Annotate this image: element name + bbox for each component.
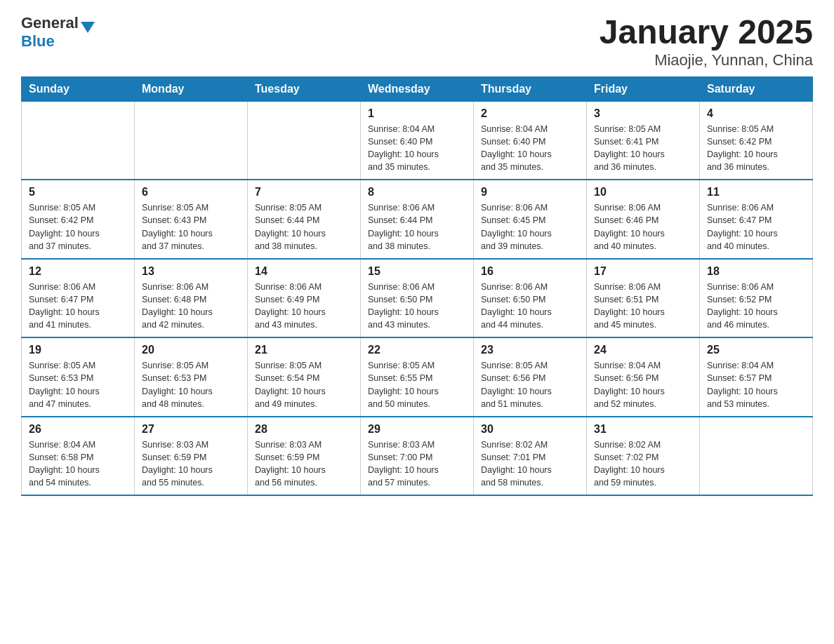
day-info: Sunrise: 8:05 AM Sunset: 6:42 PM Dayligh… — [707, 123, 805, 174]
day-number: 8 — [368, 186, 466, 199]
calendar-cell — [22, 101, 135, 180]
calendar-cell: 2Sunrise: 8:04 AM Sunset: 6:40 PM Daylig… — [474, 101, 587, 180]
day-info: Sunrise: 8:06 AM Sunset: 6:50 PM Dayligh… — [368, 281, 466, 332]
day-info: Sunrise: 8:04 AM Sunset: 6:58 PM Dayligh… — [29, 438, 127, 490]
day-info: Sunrise: 8:02 AM Sunset: 7:02 PM Dayligh… — [594, 438, 692, 490]
calendar-week-5: 26Sunrise: 8:04 AM Sunset: 6:58 PM Dayli… — [22, 417, 813, 496]
day-info: Sunrise: 8:05 AM Sunset: 6:42 PM Dayligh… — [29, 201, 127, 253]
calendar-cell: 12Sunrise: 8:06 AM Sunset: 6:47 PM Dayli… — [22, 259, 135, 338]
calendar-cell: 29Sunrise: 8:03 AM Sunset: 7:00 PM Dayli… — [361, 417, 474, 496]
weekday-header-wednesday: Wednesday — [361, 76, 474, 101]
weekday-header-tuesday: Tuesday — [248, 76, 361, 101]
calendar-cell: 6Sunrise: 8:05 AM Sunset: 6:43 PM Daylig… — [135, 180, 248, 259]
day-info: Sunrise: 8:06 AM Sunset: 6:51 PM Dayligh… — [594, 281, 692, 332]
calendar-cell: 15Sunrise: 8:06 AM Sunset: 6:50 PM Dayli… — [361, 259, 474, 338]
day-info: Sunrise: 8:06 AM Sunset: 6:47 PM Dayligh… — [707, 201, 805, 253]
day-info: Sunrise: 8:04 AM Sunset: 6:56 PM Dayligh… — [594, 359, 692, 410]
day-info: Sunrise: 8:05 AM Sunset: 6:55 PM Dayligh… — [368, 359, 466, 410]
calendar-week-2: 5Sunrise: 8:05 AM Sunset: 6:42 PM Daylig… — [22, 180, 813, 259]
day-number: 30 — [481, 423, 579, 436]
day-info: Sunrise: 8:04 AM Sunset: 6:57 PM Dayligh… — [707, 359, 805, 410]
title-section: January 2025 Miaojie, Yunnan, China — [600, 14, 813, 69]
calendar-week-3: 12Sunrise: 8:06 AM Sunset: 6:47 PM Dayli… — [22, 259, 813, 338]
calendar-cell: 16Sunrise: 8:06 AM Sunset: 6:50 PM Dayli… — [474, 259, 587, 338]
calendar-table: SundayMondayTuesdayWednesdayThursdayFrid… — [21, 76, 813, 497]
day-info: Sunrise: 8:06 AM Sunset: 6:49 PM Dayligh… — [255, 281, 353, 332]
day-number: 18 — [707, 265, 805, 278]
day-number: 7 — [255, 186, 353, 199]
weekday-header-friday: Friday — [587, 76, 700, 101]
day-number: 1 — [368, 107, 466, 120]
day-number: 15 — [368, 265, 466, 278]
day-number: 16 — [481, 265, 579, 278]
day-info: Sunrise: 8:03 AM Sunset: 6:59 PM Dayligh… — [255, 438, 353, 490]
calendar-cell — [700, 417, 813, 496]
day-info: Sunrise: 8:06 AM Sunset: 6:46 PM Dayligh… — [594, 201, 692, 253]
calendar-cell: 21Sunrise: 8:05 AM Sunset: 6:54 PM Dayli… — [248, 337, 361, 417]
day-number: 29 — [368, 423, 466, 436]
day-info: Sunrise: 8:06 AM Sunset: 6:50 PM Dayligh… — [481, 281, 579, 332]
day-number: 6 — [142, 186, 240, 199]
day-number: 23 — [481, 344, 579, 356]
calendar-cell: 20Sunrise: 8:05 AM Sunset: 6:53 PM Dayli… — [135, 337, 248, 417]
day-info: Sunrise: 8:06 AM Sunset: 6:45 PM Dayligh… — [481, 201, 579, 253]
calendar-cell: 28Sunrise: 8:03 AM Sunset: 6:59 PM Dayli… — [248, 417, 361, 496]
day-number: 3 — [594, 107, 692, 120]
day-number: 27 — [142, 423, 240, 436]
calendar-subtitle: Miaojie, Yunnan, China — [600, 51, 813, 69]
calendar-cell: 7Sunrise: 8:05 AM Sunset: 6:44 PM Daylig… — [248, 180, 361, 259]
calendar-cell: 30Sunrise: 8:02 AM Sunset: 7:01 PM Dayli… — [474, 417, 587, 496]
day-number: 26 — [29, 423, 127, 436]
day-info: Sunrise: 8:05 AM Sunset: 6:44 PM Dayligh… — [255, 201, 353, 253]
day-info: Sunrise: 8:03 AM Sunset: 6:59 PM Dayligh… — [142, 438, 240, 490]
day-info: Sunrise: 8:05 AM Sunset: 6:53 PM Dayligh… — [29, 359, 127, 410]
day-number: 19 — [29, 344, 127, 356]
calendar-week-1: 1Sunrise: 8:04 AM Sunset: 6:40 PM Daylig… — [22, 101, 813, 180]
calendar-cell: 5Sunrise: 8:05 AM Sunset: 6:42 PM Daylig… — [22, 180, 135, 259]
calendar-cell: 23Sunrise: 8:05 AM Sunset: 6:56 PM Dayli… — [474, 337, 587, 417]
calendar-cell: 10Sunrise: 8:06 AM Sunset: 6:46 PM Dayli… — [587, 180, 700, 259]
day-number: 21 — [255, 344, 353, 356]
day-number: 2 — [481, 107, 579, 120]
calendar-cell: 9Sunrise: 8:06 AM Sunset: 6:45 PM Daylig… — [474, 180, 587, 259]
day-number: 31 — [594, 423, 692, 436]
page-header: General Blue January 2025 Miaojie, Yunna… — [21, 14, 813, 69]
calendar-cell: 3Sunrise: 8:05 AM Sunset: 6:41 PM Daylig… — [587, 101, 700, 180]
day-info: Sunrise: 8:05 AM Sunset: 6:53 PM Dayligh… — [142, 359, 240, 410]
day-number: 14 — [255, 265, 353, 278]
calendar-cell: 19Sunrise: 8:05 AM Sunset: 6:53 PM Dayli… — [22, 337, 135, 417]
calendar-cell: 13Sunrise: 8:06 AM Sunset: 6:48 PM Dayli… — [135, 259, 248, 338]
calendar-cell: 1Sunrise: 8:04 AM Sunset: 6:40 PM Daylig… — [361, 101, 474, 180]
day-info: Sunrise: 8:05 AM Sunset: 6:56 PM Dayligh… — [481, 359, 579, 410]
logo: General Blue — [21, 14, 95, 51]
logo-blue-text: Blue — [21, 32, 55, 51]
logo-general-text: General — [21, 14, 79, 32]
weekday-header-monday: Monday — [135, 76, 248, 101]
calendar-cell: 11Sunrise: 8:06 AM Sunset: 6:47 PM Dayli… — [700, 180, 813, 259]
calendar-cell: 27Sunrise: 8:03 AM Sunset: 6:59 PM Dayli… — [135, 417, 248, 496]
weekday-header-saturday: Saturday — [700, 76, 813, 101]
day-info: Sunrise: 8:02 AM Sunset: 7:01 PM Dayligh… — [481, 438, 579, 490]
day-number: 28 — [255, 423, 353, 436]
calendar-cell: 8Sunrise: 8:06 AM Sunset: 6:44 PM Daylig… — [361, 180, 474, 259]
calendar-title: January 2025 — [600, 14, 813, 51]
calendar-week-4: 19Sunrise: 8:05 AM Sunset: 6:53 PM Dayli… — [22, 337, 813, 417]
calendar-cell: 31Sunrise: 8:02 AM Sunset: 7:02 PM Dayli… — [587, 417, 700, 496]
calendar-cell: 4Sunrise: 8:05 AM Sunset: 6:42 PM Daylig… — [700, 101, 813, 180]
day-info: Sunrise: 8:05 AM Sunset: 6:43 PM Dayligh… — [142, 201, 240, 253]
day-info: Sunrise: 8:05 AM Sunset: 6:41 PM Dayligh… — [594, 123, 692, 174]
day-info: Sunrise: 8:06 AM Sunset: 6:44 PM Dayligh… — [368, 201, 466, 253]
calendar-cell: 22Sunrise: 8:05 AM Sunset: 6:55 PM Dayli… — [361, 337, 474, 417]
calendar-cell — [248, 101, 361, 180]
day-number: 9 — [481, 186, 579, 199]
day-number: 22 — [368, 344, 466, 356]
day-info: Sunrise: 8:04 AM Sunset: 6:40 PM Dayligh… — [368, 123, 466, 174]
calendar-header-row: SundayMondayTuesdayWednesdayThursdayFrid… — [22, 76, 813, 101]
day-info: Sunrise: 8:04 AM Sunset: 6:40 PM Dayligh… — [481, 123, 579, 174]
day-number: 5 — [29, 186, 127, 199]
calendar-cell — [135, 101, 248, 180]
day-info: Sunrise: 8:03 AM Sunset: 7:00 PM Dayligh… — [368, 438, 466, 490]
day-number: 11 — [707, 186, 805, 199]
day-number: 10 — [594, 186, 692, 199]
day-info: Sunrise: 8:06 AM Sunset: 6:47 PM Dayligh… — [29, 281, 127, 332]
